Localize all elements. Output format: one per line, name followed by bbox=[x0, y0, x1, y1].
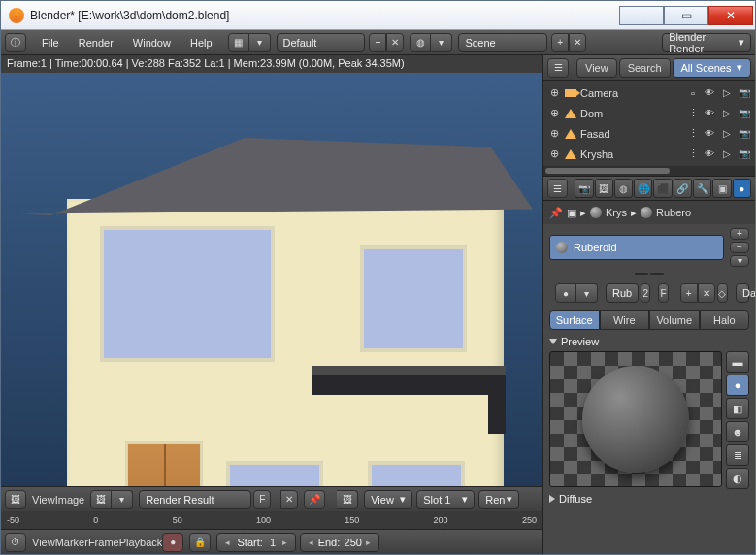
imgbar-view[interactable]: View bbox=[32, 494, 55, 506]
scene-icon[interactable]: ◍ bbox=[410, 33, 431, 52]
renderable-icon[interactable]: 📷 bbox=[738, 87, 751, 98]
outliner-row-krysha[interactable]: ⊕ Krysha ⋮ 👁▷📷 bbox=[547, 144, 755, 164]
menu-render[interactable]: Render bbox=[69, 37, 123, 49]
layout-remove-button[interactable]: ✕ bbox=[386, 33, 404, 52]
preview-sphere-button[interactable]: ● bbox=[726, 375, 749, 396]
maximize-button[interactable]: ▭ bbox=[664, 6, 708, 25]
material-add-button[interactable]: + bbox=[680, 283, 698, 303]
preview-sky-button[interactable]: ◐ bbox=[726, 468, 749, 489]
material-users-button[interactable]: 2 bbox=[641, 283, 650, 303]
image-dropdown-icon[interactable]: ▾ bbox=[112, 490, 133, 509]
image-view-menu[interactable]: View▾ bbox=[364, 490, 412, 509]
tab-surface[interactable]: Surface bbox=[549, 310, 600, 330]
render-engine-dropdown[interactable]: Blender Render▾ bbox=[662, 33, 751, 52]
scene-remove-button[interactable]: ✕ bbox=[569, 33, 586, 52]
breadcrumb-object[interactable]: Krys bbox=[606, 207, 627, 218]
visibility-icon[interactable]: 👁 bbox=[703, 148, 716, 159]
close-button[interactable]: ✕ bbox=[708, 6, 753, 25]
editor-type-image-icon[interactable]: 🖼 bbox=[5, 490, 26, 509]
editor-type-timeline-icon[interactable]: ⏱ bbox=[5, 533, 26, 552]
visibility-icon[interactable]: 👁 bbox=[703, 87, 716, 98]
context-scene-icon[interactable]: ◍ bbox=[614, 179, 633, 198]
context-constraints-icon[interactable]: 🔗 bbox=[674, 179, 692, 198]
material-browse-icon[interactable]: ● bbox=[555, 283, 576, 303]
selectable-icon[interactable]: ▷ bbox=[720, 148, 734, 159]
material-link-dropdown[interactable]: Dat▾ bbox=[736, 283, 749, 303]
material-dropdown-icon[interactable]: ▾ bbox=[576, 283, 598, 303]
timeline-frame[interactable]: Frame bbox=[88, 537, 119, 548]
layout-browse[interactable]: ▦▾ bbox=[228, 33, 271, 52]
outliner-display-mode[interactable]: All Scenes▾ bbox=[673, 58, 751, 78]
image-viewmode-icon[interactable]: 🖼 bbox=[337, 490, 358, 509]
render-result-viewport[interactable] bbox=[1, 73, 542, 486]
preview-hair-button[interactable]: ≣ bbox=[726, 444, 749, 466]
context-layers-icon[interactable]: 🖼 bbox=[595, 179, 613, 198]
scene-dropdown-icon[interactable]: ▾ bbox=[431, 33, 452, 52]
material-name-field[interactable]: Rub bbox=[606, 283, 639, 303]
menu-window[interactable]: Window bbox=[123, 37, 181, 49]
renderable-icon[interactable]: 📷 bbox=[738, 108, 751, 118]
increment-icon[interactable]: ▸ bbox=[282, 538, 287, 547]
image-viewmode[interactable]: 🖼 bbox=[337, 490, 358, 509]
context-data-icon[interactable]: ▣ bbox=[712, 179, 731, 198]
uv-pin-icon[interactable]: 📌 bbox=[304, 490, 325, 509]
preview-cube-button[interactable]: ◧ bbox=[726, 398, 749, 419]
decrement-icon[interactable]: ◂ bbox=[309, 538, 313, 547]
visibility-icon[interactable]: 👁 bbox=[703, 108, 716, 118]
panel-preview-header[interactable]: Preview bbox=[549, 336, 749, 347]
pin-icon[interactable]: 📌 bbox=[549, 207, 563, 219]
increment-icon[interactable]: ▸ bbox=[366, 538, 371, 547]
outliner-row-dom[interactable]: ⊕ Dom ⋮ 👁▷📷 bbox=[547, 103, 755, 123]
editor-type-outliner-icon[interactable]: ☰ bbox=[547, 58, 569, 78]
scene-add-button[interactable]: + bbox=[551, 33, 569, 52]
outliner-scrollbar[interactable] bbox=[543, 166, 755, 176]
visibility-icon[interactable]: 👁 bbox=[703, 128, 716, 139]
layout-name-field[interactable]: Default bbox=[277, 33, 366, 52]
selectable-icon[interactable]: ▷ bbox=[720, 108, 734, 118]
timeline-playback[interactable]: Playback bbox=[119, 537, 163, 548]
selectable-icon[interactable]: ▷ bbox=[720, 128, 734, 139]
scrollbar-thumb[interactable] bbox=[545, 168, 670, 174]
expand-icon[interactable]: ⊕ bbox=[547, 127, 561, 140]
image-name-field[interactable]: Render Result bbox=[139, 490, 251, 509]
context-modifiers-icon[interactable]: 🔧 bbox=[693, 179, 711, 198]
timeline-ruler[interactable]: -50 0 50 100 150 200 250 bbox=[1, 511, 542, 529]
image-unlink-button[interactable]: ✕ bbox=[280, 490, 298, 509]
image-browse[interactable]: 🖼▾ bbox=[90, 490, 133, 509]
imgbar-image[interactable]: Image bbox=[55, 494, 85, 506]
list-resize-grip[interactable] bbox=[630, 273, 669, 278]
tab-halo[interactable]: Halo bbox=[700, 310, 750, 330]
context-material-icon[interactable]: ● bbox=[733, 179, 751, 198]
image-fake-user-button[interactable]: F bbox=[253, 490, 271, 509]
editor-type-properties-icon[interactable]: ☰ bbox=[547, 179, 568, 198]
frame-end-field[interactable]: ◂ End: 250 ▸ bbox=[300, 533, 379, 552]
preview-flat-button[interactable]: ▬ bbox=[726, 351, 749, 373]
outliner-row-fasad[interactable]: ⊕ Fasad ⋮ 👁▷📷 bbox=[547, 123, 755, 144]
expand-icon[interactable]: ⊕ bbox=[547, 86, 561, 99]
slot-remove-button[interactable]: − bbox=[730, 242, 749, 253]
timeline-view[interactable]: View bbox=[32, 537, 55, 548]
renderable-icon[interactable]: 📷 bbox=[738, 128, 751, 139]
renderable-icon[interactable]: 📷 bbox=[738, 148, 751, 159]
auto-keyframe-button[interactable]: ● bbox=[162, 533, 183, 552]
preview-monkey-button[interactable]: ☻ bbox=[726, 421, 749, 442]
layout-add-button[interactable]: + bbox=[369, 33, 386, 52]
selectable-icon[interactable]: ▷ bbox=[720, 87, 734, 98]
outliner-search-menu[interactable]: Search bbox=[619, 58, 671, 78]
auto-keyframe-lock-icon[interactable]: 🔒 bbox=[189, 533, 211, 552]
scene-name-field[interactable]: Scene bbox=[458, 33, 547, 52]
render-layer-dropdown[interactable]: Ren▾ bbox=[478, 490, 519, 509]
context-world-icon[interactable]: 🌐 bbox=[634, 179, 652, 198]
tab-volume[interactable]: Volume bbox=[649, 310, 700, 330]
outliner-view-menu[interactable]: View bbox=[576, 58, 617, 78]
frame-start-field[interactable]: ◂ Start: 1 ▸ bbox=[216, 533, 296, 552]
outliner-row-camera[interactable]: ⊕ Camera ▫ 👁▷📷 bbox=[547, 82, 755, 103]
layout-dropdown-icon[interactable]: ▾ bbox=[249, 33, 271, 52]
menu-help[interactable]: Help bbox=[181, 37, 222, 49]
decrement-icon[interactable]: ◂ bbox=[225, 538, 230, 547]
material-slot-active[interactable]: Ruberoid bbox=[549, 235, 724, 260]
material-unlink-button[interactable]: ✕ bbox=[698, 283, 715, 303]
breadcrumb-material[interactable]: Rubero bbox=[656, 207, 691, 218]
timeline-marker[interactable]: Marker bbox=[55, 537, 88, 548]
outliner-tree[interactable]: ⊕ Camera ▫ 👁▷📷 ⊕ Dom ⋮ 👁▷📷 ⊕ Fasad bbox=[543, 81, 755, 166]
